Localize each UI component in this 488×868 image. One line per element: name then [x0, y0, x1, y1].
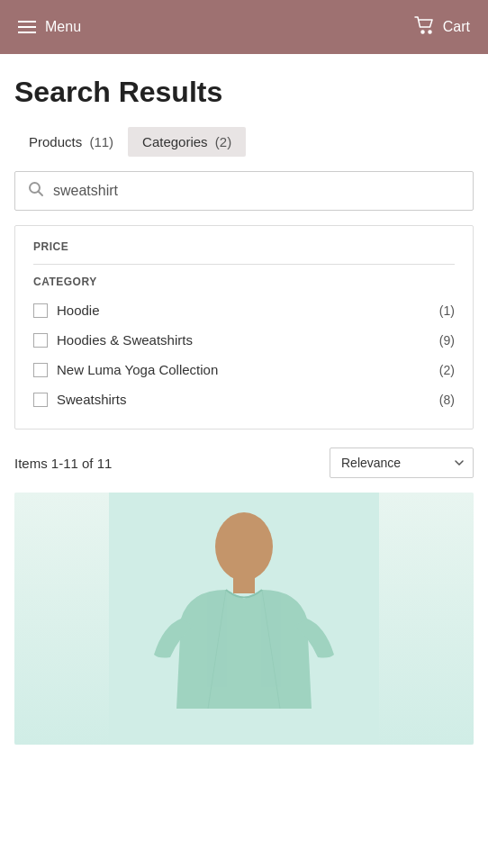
- product-person-svg: [109, 493, 379, 745]
- tabs-bar: Products (11) Categories (2): [14, 127, 474, 157]
- menu-button[interactable]: Menu: [18, 19, 81, 35]
- tab-categories[interactable]: Categories (2): [128, 127, 246, 157]
- sweatshirts-checkbox[interactable]: [33, 393, 48, 407]
- tab-products[interactable]: Products (11): [14, 127, 128, 157]
- svg-line-3: [39, 192, 43, 196]
- product-area: [14, 493, 474, 745]
- category-count: (8): [439, 393, 455, 407]
- page-title: Search Results: [14, 76, 474, 109]
- cart-icon: [414, 16, 436, 38]
- filter-divider-1: [33, 264, 455, 265]
- svg-point-1: [429, 31, 431, 33]
- menu-label: Menu: [45, 19, 81, 35]
- svg-point-5: [215, 512, 273, 581]
- search-icon: [28, 181, 44, 201]
- list-item: Hoodie (1): [33, 295, 455, 325]
- list-item: Hoodies & Sweatshirts (9): [33, 325, 455, 355]
- category-filter-section: CATEGORY Hoodie (1) Hoodies & Sweatshirt…: [33, 276, 455, 414]
- price-filter-title: PRICE: [33, 240, 455, 253]
- hoodies-sweatshirts-checkbox[interactable]: [33, 333, 48, 348]
- category-filter-title: CATEGORY: [33, 276, 455, 288]
- cart-button[interactable]: Cart: [414, 16, 470, 38]
- sort-select[interactable]: Relevance Price: Low to High Price: High…: [330, 448, 474, 478]
- search-box: [14, 171, 474, 211]
- price-filter-section: PRICE: [33, 240, 455, 253]
- results-bar: Items 1-11 of 11 Relevance Price: Low to…: [14, 448, 474, 478]
- yoga-collection-checkbox[interactable]: [33, 363, 48, 377]
- category-count: (2): [439, 363, 455, 377]
- hamburger-icon: [18, 21, 36, 33]
- tab-products-count: (11): [89, 134, 113, 149]
- hoodie-checkbox[interactable]: [33, 303, 48, 318]
- category-count: (9): [439, 333, 455, 348]
- category-name: Hoodies & Sweatshirts: [57, 332, 193, 348]
- svg-point-0: [421, 31, 424, 33]
- list-item: Sweatshirts (8): [33, 384, 455, 414]
- tab-categories-count: (2): [215, 134, 231, 149]
- filter-panel: PRICE CATEGORY Hoodie (1) Hoodies & Swea…: [14, 225, 474, 429]
- category-name: Sweatshirts: [57, 392, 127, 407]
- product-image: [14, 493, 474, 745]
- category-count: (1): [439, 303, 455, 318]
- category-name: Hoodie: [57, 303, 100, 318]
- svg-rect-6: [233, 575, 255, 593]
- header: Menu Cart: [0, 0, 488, 54]
- category-list: Hoodie (1) Hoodies & Sweatshirts (9) New…: [33, 295, 455, 414]
- search-input[interactable]: [53, 183, 460, 199]
- results-count: Items 1-11 of 11: [14, 456, 112, 471]
- main-content: Search Results Products (11) Categories …: [0, 54, 488, 745]
- list-item: New Luma Yoga Collection (2): [33, 355, 455, 384]
- cart-label: Cart: [443, 19, 470, 35]
- category-name: New Luma Yoga Collection: [57, 362, 218, 377]
